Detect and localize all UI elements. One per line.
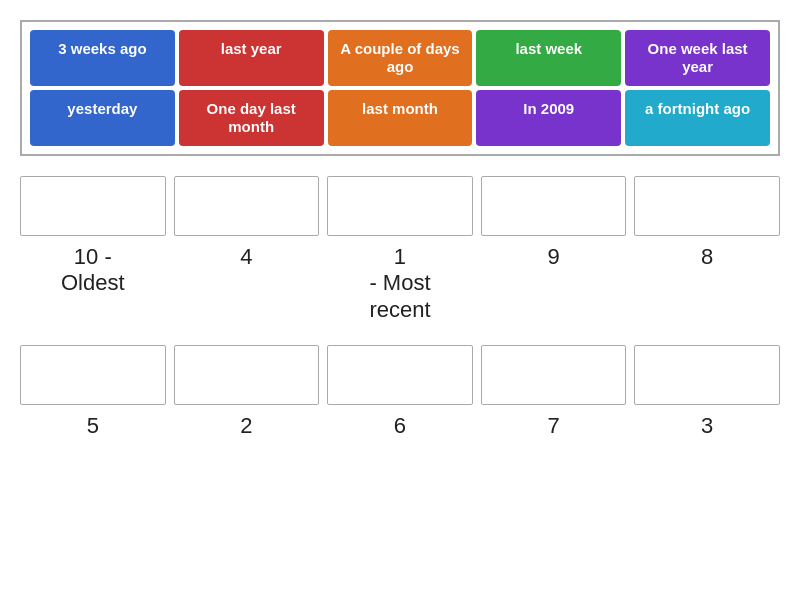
- tag-lastmonth[interactable]: last month: [328, 90, 473, 146]
- drop-box-3[interactable]: [327, 176, 473, 236]
- drop-box-10[interactable]: [634, 345, 780, 405]
- tag-yesterday[interactable]: yesterday: [30, 90, 175, 146]
- drop-box-1[interactable]: [20, 176, 166, 236]
- position-label-9: 9: [481, 240, 627, 327]
- drop-row-2: [20, 345, 780, 405]
- tags-container: 3 weeks agolast yearA couple of days ago…: [20, 20, 780, 156]
- position-label-3: 3: [634, 409, 780, 443]
- position-label-6: 6: [327, 409, 473, 443]
- tag-in2009[interactable]: In 2009: [476, 90, 621, 146]
- position-label-8: 8: [634, 240, 780, 327]
- label-row-1: 10 -Oldest 4 1- Mostrecent 9 8: [20, 240, 780, 327]
- drop-box-4[interactable]: [481, 176, 627, 236]
- tag-coupledays[interactable]: A couple of days ago: [328, 30, 473, 86]
- drop-box-6[interactable]: [20, 345, 166, 405]
- label-row-2: 5 2 6 7 3: [20, 409, 780, 443]
- tag-3weeks[interactable]: 3 weeks ago: [30, 30, 175, 86]
- position-label-7: 7: [481, 409, 627, 443]
- drop-box-9[interactable]: [481, 345, 627, 405]
- position-label-1: 1- Mostrecent: [327, 240, 473, 327]
- drop-section: 10 -Oldest 4 1- Mostrecent 9 8 5 2 6 7 3: [20, 176, 780, 462]
- position-label-10: 10 -Oldest: [20, 240, 166, 327]
- position-label-5: 5: [20, 409, 166, 443]
- drop-row-1: [20, 176, 780, 236]
- drop-box-7[interactable]: [174, 345, 320, 405]
- tag-lastweek[interactable]: last week: [476, 30, 621, 86]
- position-label-2: 2: [174, 409, 320, 443]
- drop-box-2[interactable]: [174, 176, 320, 236]
- tag-lastyear[interactable]: last year: [179, 30, 324, 86]
- tag-fortnight[interactable]: a fortnight ago: [625, 90, 770, 146]
- tag-onedaylastmonth[interactable]: One day last month: [179, 90, 324, 146]
- drop-box-8[interactable]: [327, 345, 473, 405]
- position-label-4: 4: [174, 240, 320, 327]
- drop-box-5[interactable]: [634, 176, 780, 236]
- tag-oneweeklastyear[interactable]: One week last year: [625, 30, 770, 86]
